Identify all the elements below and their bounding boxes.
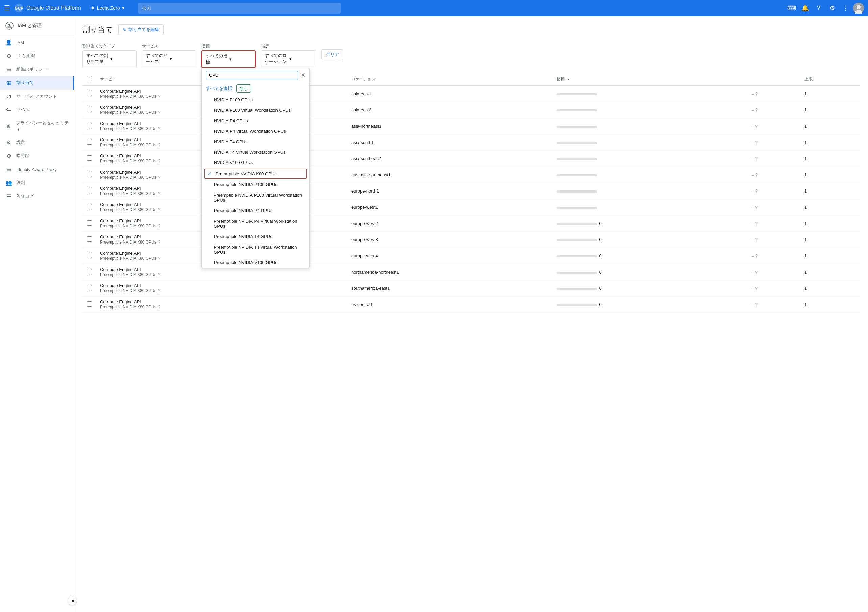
notification-icon[interactable]: 🔔 (799, 2, 811, 14)
sub-help-icon[interactable]: ? (158, 240, 161, 245)
sub-help-icon[interactable]: ? (158, 207, 161, 212)
sub-help-icon[interactable]: ? (158, 272, 161, 277)
help-circle-icon[interactable]: ? (755, 107, 758, 113)
search-input[interactable] (138, 3, 341, 14)
help-circle-icon[interactable]: ? (755, 221, 758, 226)
row-checkbox[interactable] (87, 236, 92, 242)
help-circle-icon[interactable]: ? (755, 156, 758, 161)
row-checkbox[interactable] (87, 155, 92, 161)
row-checkbox[interactable] (87, 204, 92, 209)
more-options-icon[interactable]: ⋮ (840, 2, 852, 14)
dropdown-item-9[interactable]: ✓Preemptible NVIDIA K80 GPUs (205, 168, 307, 179)
gcp-logo-icon: GCP (14, 3, 24, 13)
dropdown-search-input[interactable] (206, 71, 298, 79)
sub-help-icon[interactable]: ? (158, 110, 161, 115)
sidebar-item-0[interactable]: 👤IAM (0, 36, 74, 49)
help-circle-icon[interactable]: ? (755, 91, 758, 97)
usage-value: 0 (599, 237, 601, 242)
select-all-checkbox[interactable] (87, 76, 92, 81)
help-circle-icon[interactable]: ? (755, 140, 758, 145)
sidebar-item-8[interactable]: ⊛暗号鍵 (0, 149, 74, 162)
help-circle-icon[interactable]: ? (755, 172, 758, 178)
sidebar-item-7[interactable]: ⚙設定 (0, 136, 74, 149)
help-circle-icon[interactable]: ? (755, 286, 758, 291)
help-circle-icon[interactable]: ? (755, 253, 758, 259)
dropdown-search-clear-icon[interactable]: ✕ (301, 72, 305, 78)
sidebar-item-4[interactable]: 🗂サービス アカウント (0, 90, 74, 103)
dropdown-select-all[interactable]: すべてを選択 (206, 85, 232, 91)
sub-help-icon[interactable]: ? (158, 256, 161, 261)
sidebar-item-5[interactable]: 🏷ラベル (0, 103, 74, 116)
type-filter-select[interactable]: すべての割り当て量 ▾ (82, 50, 136, 67)
dropdown-item-6[interactable]: NVIDIA T4 GPUs (202, 136, 309, 147)
sub-help-icon[interactable]: ? (158, 142, 161, 148)
sidebar-item-9[interactable]: ▤Identity-Aware Proxy (0, 162, 74, 176)
avatar[interactable] (853, 3, 864, 14)
sub-help-icon[interactable]: ? (158, 288, 161, 294)
clear-filter-button[interactable]: クリア (321, 49, 343, 60)
dropdown-item-7[interactable]: NVIDIA T4 Virtual Workstation GPUs (202, 147, 309, 158)
edit-quota-button[interactable]: ✎ 割り当てを編集 (118, 24, 164, 35)
dropdown-item-13[interactable]: Preemptible NVIDIA P4 Virtual Workstatio… (202, 216, 309, 231)
help-circle-icon[interactable]: ? (755, 205, 758, 210)
dropdown-item-10[interactable]: Preemptible NVIDIA P100 GPUs (202, 179, 309, 190)
help-circle-icon[interactable]: ? (755, 302, 758, 308)
dropdown-item-4[interactable]: NVIDIA P4 GPUs (202, 116, 309, 126)
table-row: Compute Engine API Preemptible NVIDIA K8… (82, 118, 860, 134)
sidebar-item-2[interactable]: ▤組織のポリシー (0, 62, 74, 76)
collapse-sidebar-button[interactable]: ◀ (68, 596, 77, 605)
dropdown-item-5[interactable]: NVIDIA P4 Virtual Workstation GPUs (202, 126, 309, 136)
help-circle-icon[interactable]: ? (755, 269, 758, 275)
th-metric[interactable]: 指標 ▲ (553, 73, 748, 85)
dropdown-item-15[interactable]: Preemptible NVIDIA T4 Virtual Workstatio… (202, 242, 309, 257)
sidebar-item-label-0: IAM (16, 40, 24, 45)
row-checkbox[interactable] (87, 253, 92, 258)
sidebar-item-10[interactable]: 👥役割 (0, 176, 74, 190)
dropdown-item-14[interactable]: Preemptible NVIDIA T4 GPUs (202, 231, 309, 242)
sub-help-icon[interactable]: ? (158, 175, 161, 180)
sidebar-item-6[interactable]: ⊕プライバシーとセキュリティ (0, 116, 74, 136)
dropdown-item-3[interactable]: NVIDIA P100 Virtual Workstation GPUs (202, 105, 309, 116)
location-value: europe-west3 (351, 237, 378, 242)
menu-icon[interactable]: ☰ (4, 4, 10, 12)
help-circle-icon[interactable]: ? (755, 237, 758, 243)
row-checkbox[interactable] (87, 188, 92, 193)
dropdown-item-12[interactable]: Preemptible NVIDIA P4 GPUs (202, 206, 309, 216)
project-name: Leela-Zero (97, 5, 120, 11)
sidebar-item-11[interactable]: ☰監査ログ (0, 190, 74, 203)
help-icon[interactable]: ? (812, 2, 825, 14)
dropdown-none-button[interactable]: なし (236, 85, 251, 93)
progress-bar-placeholder (557, 174, 597, 176)
sub-help-icon[interactable]: ? (158, 126, 161, 131)
row-checkbox[interactable] (87, 285, 92, 291)
sub-help-icon[interactable]: ? (158, 191, 161, 196)
service-filter-select[interactable]: すべてのサービス ▾ (142, 50, 196, 67)
row-checkbox[interactable] (87, 220, 92, 226)
row-checkbox[interactable] (87, 123, 92, 128)
metric-filter-select[interactable]: すべての指標 ▾ (202, 50, 256, 68)
sub-help-icon[interactable]: ? (158, 158, 161, 164)
project-selector[interactable]: ❖ Leela-Zero ▾ (88, 4, 127, 12)
sub-help-icon[interactable]: ? (158, 304, 161, 310)
dropdown-item-16[interactable]: Preemptible NVIDIA V100 GPUs (202, 257, 309, 268)
row-checkbox[interactable] (87, 91, 92, 96)
sub-help-icon[interactable]: ? (158, 223, 161, 229)
row-checkbox[interactable] (87, 107, 92, 112)
limit-cell: 1 (800, 183, 860, 199)
row-checkbox[interactable] (87, 301, 92, 307)
row-checkbox[interactable] (87, 139, 92, 145)
dropdown-item-2[interactable]: NVIDIA P100 GPUs (202, 94, 309, 105)
sidebar-item-1[interactable]: ⊙ID と組織 (0, 49, 74, 62)
row-checkbox[interactable] (87, 172, 92, 177)
location-filter-select[interactable]: すべてのロケーション ▾ (261, 50, 316, 67)
dropdown-item-8[interactable]: NVIDIA V100 GPUs (202, 158, 309, 168)
cloud-shell-icon[interactable]: ⌨ (786, 2, 798, 14)
help-circle-icon[interactable]: ? (755, 189, 758, 194)
sub-help-icon[interactable]: ? (158, 94, 161, 99)
dropdown-item-11[interactable]: Preemptible NVIDIA P100 Virtual Workstat… (202, 190, 309, 206)
settings-icon[interactable]: ⚙ (826, 2, 838, 14)
sidebar-item-3[interactable]: ▦割り当て (0, 76, 74, 90)
row-checkbox[interactable] (87, 269, 92, 274)
table-row: Compute Engine API Preemptible NVIDIA K8… (82, 151, 860, 167)
help-circle-icon[interactable]: ? (755, 124, 758, 129)
